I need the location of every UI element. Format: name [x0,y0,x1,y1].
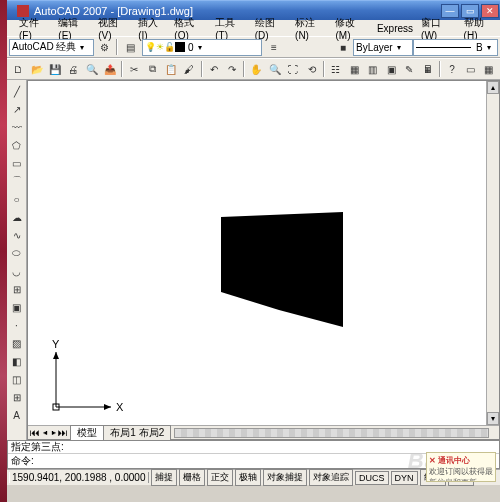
tab-model[interactable]: 模型 [70,425,104,440]
pan-icon[interactable]: ✋ [248,60,264,78]
os-sidebar-strip [0,0,7,502]
layer-combo[interactable]: 💡 ☀ 🔓 0 [142,39,262,56]
horizontal-scrollbar[interactable] [174,428,489,438]
menu-tools[interactable]: 工具(T) [211,15,250,42]
sheetset-icon[interactable]: ▣ [383,60,399,78]
open-icon[interactable]: 📂 [28,60,44,78]
ducs-toggle[interactable]: DUCS [355,471,389,485]
designcenter-icon[interactable]: ▦ [346,60,362,78]
ucs-x-label: X [116,401,124,413]
color-value: ByLayer [356,42,393,53]
svg-marker-4 [53,352,59,359]
osnap-toggle[interactable]: 对象捕捉 [263,469,307,486]
menu-window[interactable]: 窗口(W) [417,15,460,42]
table-icon[interactable]: ⊞ [9,389,25,405]
refedit-icon[interactable]: ▦ [481,60,497,78]
new-icon[interactable]: 🗋 [10,60,26,78]
workspace-value: AutoCAD 经典 [12,40,76,54]
polygon-icon[interactable]: ⬠ [9,137,25,153]
menu-express[interactable]: Express [373,22,417,35]
toolbar-workspace-layers: AutoCAD 经典 ⚙ ▤ 💡 ☀ 🔓 0 ≡ ■ ByLayer B [7,36,500,58]
copy-icon[interactable]: ⧉ [145,60,161,78]
revcloud-icon[interactable]: ☁ [9,209,25,225]
notification-balloon[interactable]: ✕ 通讯中心 欢迎订阅以获得最新信息和更新 [426,452,496,482]
tab-nav-buttons[interactable]: ⏮ ◀ ▶ ⏭ [28,427,70,438]
block-icon[interactable]: ▭ [462,60,478,78]
menubar: 文件(F) 编辑(E) 视图(V) 插入(I) 格式(O) 工具(T) 绘图(D… [7,20,500,36]
menu-help[interactable]: 帮助(H) [460,15,500,42]
menu-insert[interactable]: 插入(I) [134,15,170,42]
layout-tabs: ⏮ ◀ ▶ ⏭ 模型 布局1 布局2 [28,425,499,439]
svg-marker-0 [221,212,343,327]
layer-prev-icon[interactable]: ≡ [265,38,283,56]
ucs-y-label: Y [52,338,60,350]
color-swatch-icon[interactable]: ■ [334,38,352,56]
workspace-settings-icon[interactable]: ⚙ [95,38,113,56]
line-icon[interactable]: ╱ [9,83,25,99]
save-icon[interactable]: 💾 [47,60,63,78]
drawn-solid-shape [221,212,351,332]
workspace-combo[interactable]: AutoCAD 经典 [9,39,94,56]
scroll-down-icon[interactable]: ▾ [487,412,499,425]
toolpalette-icon[interactable]: ▥ [364,60,380,78]
zoom-rt-icon[interactable]: 🔍 [267,60,283,78]
notification-title: ✕ 通讯中心 [429,455,493,466]
help-icon[interactable]: ? [444,60,460,78]
xline-icon[interactable]: ↗ [9,101,25,117]
coordinates-readout: 1590.9401, 200.1988 , 0.0000 [9,472,149,483]
linetype-value: B [476,42,483,53]
mtext-icon[interactable]: A [9,407,25,423]
ucs-icon: X Y [46,337,126,417]
tab-layouts[interactable]: 布局1 布局2 [103,425,171,440]
pline-icon[interactable]: 〰 [9,119,25,135]
point-icon[interactable]: · [9,317,25,333]
hatch-icon[interactable]: ▨ [9,335,25,351]
grid-toggle[interactable]: 栅格 [179,469,205,486]
vertical-scrollbar[interactable]: ▴ ▾ [486,81,499,425]
matchprop-icon[interactable]: 🖌 [181,60,197,78]
redo-icon[interactable]: ↷ [224,60,240,78]
menu-edit[interactable]: 编辑(E) [54,15,94,42]
paste-icon[interactable]: 📋 [163,60,179,78]
menu-dim[interactable]: 标注(N) [291,15,331,42]
polar-toggle[interactable]: 极轴 [235,469,261,486]
ellipsearc-icon[interactable]: ◡ [9,263,25,279]
publish-icon[interactable]: 📤 [102,60,118,78]
ellipse-icon[interactable]: ⬭ [9,245,25,261]
calc-icon[interactable]: 🖩 [420,60,436,78]
scroll-up-icon[interactable]: ▴ [487,81,499,94]
preview-icon[interactable]: 🔍 [83,60,99,78]
linetype-combo[interactable]: B [413,39,498,56]
gradient-icon[interactable]: ◧ [9,353,25,369]
otrack-toggle[interactable]: 对象追踪 [309,469,353,486]
snap-toggle[interactable]: 捕捉 [151,469,177,486]
svg-marker-2 [104,404,111,410]
zoom-prev-icon[interactable]: ⟲ [303,60,319,78]
arc-icon[interactable]: ⌒ [9,173,25,189]
cut-icon[interactable]: ✂ [126,60,142,78]
drawing-canvas[interactable]: X Y ▴ ▾ ⏮ ◀ ▶ ⏭ 模型 布局1 布局2 [27,80,500,440]
toolbar-standard: 🗋 📂 💾 🖨 🔍 📤 ✂ ⧉ 📋 🖌 ↶ ↷ ✋ 🔍 ⛶ ⟲ ☷ ▦ ▥ ▣ … [7,58,500,80]
print-icon[interactable]: 🖨 [65,60,81,78]
notification-body: 欢迎订阅以获得最新信息和更新 [429,466,493,482]
insert-block-icon[interactable]: ⊞ [9,281,25,297]
ortho-toggle[interactable]: 正交 [207,469,233,486]
spline-icon[interactable]: ∿ [9,227,25,243]
zoom-win-icon[interactable]: ⛶ [285,60,301,78]
menu-format[interactable]: 格式(O) [170,15,211,42]
region-icon[interactable]: ◫ [9,371,25,387]
menu-file[interactable]: 文件(F) [15,15,54,42]
make-block-icon[interactable]: ▣ [9,299,25,315]
layer-color-swatch [175,42,185,52]
color-combo[interactable]: ByLayer [353,39,413,56]
rectangle-icon[interactable]: ▭ [9,155,25,171]
undo-icon[interactable]: ↶ [206,60,222,78]
properties-icon[interactable]: ☷ [328,60,344,78]
draw-toolbar: ╱ ↗ 〰 ⬠ ▭ ⌒ ○ ☁ ∿ ⬭ ◡ ⊞ ▣ · ▨ ◧ ◫ ⊞ A [7,80,27,440]
circle-icon[interactable]: ○ [9,191,25,207]
markup-icon[interactable]: ✎ [401,60,417,78]
layer-manager-icon[interactable]: ▤ [121,38,139,56]
layer-current: 0 [188,42,194,53]
